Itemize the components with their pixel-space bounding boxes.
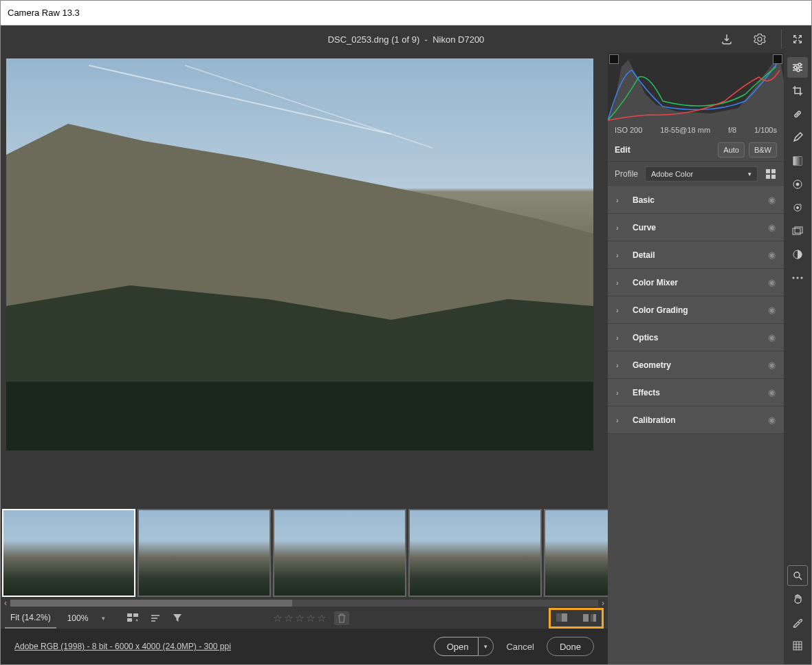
delete-icon[interactable] [334,611,349,625]
before-after-split-icon[interactable] [582,612,597,624]
highlight-clip-icon[interactable] [773,54,782,64]
visibility-icon[interactable]: ◉ [768,277,776,287]
visibility-icon[interactable]: ◉ [768,222,776,232]
auto-button[interactable]: Auto [718,142,745,157]
panel-geometry[interactable]: ›Geometry◉ [608,351,784,379]
profile-label: Profile [615,169,638,179]
panel-basic[interactable]: ›Basic◉ [608,186,784,214]
redeye-tool-icon[interactable] [787,197,808,218]
scroll-track[interactable] [10,600,598,607]
svg-rect-0 [6,58,593,450]
svg-point-39 [794,572,800,578]
grid-overlay-icon[interactable] [787,635,808,656]
profile-browser-icon[interactable] [765,168,777,180]
preview-image[interactable] [6,58,593,450]
header-sep: - [425,34,428,45]
radial-gradient-tool-icon[interactable] [787,174,808,195]
svg-point-31 [794,204,801,211]
visibility-icon[interactable]: ◉ [768,415,776,425]
before-after-toggle-icon[interactable] [555,612,570,624]
svg-point-23 [794,66,797,69]
panel-optics[interactable]: ›Optics◉ [608,324,784,351]
panel-effects[interactable]: ›Effects◉ [608,379,784,406]
camera-model: Nikon D7200 [432,34,484,45]
sort-icon[interactable] [146,611,164,625]
visibility-icon[interactable]: ◉ [768,332,776,342]
panel-calibration[interactable]: ›Calibration◉ [608,406,784,434]
profile-select[interactable]: Adobe Color ▾ [645,166,758,182]
svg-rect-15 [766,169,770,173]
file-header-title: DSC_0253.dng (1 of 9) - Nikon D7200 [328,34,485,45]
scroll-left-icon[interactable]: ‹ [1,598,10,608]
exif-aperture: f/8 [728,126,736,134]
svg-rect-16 [771,169,776,173]
more-tools-icon[interactable] [787,268,808,288]
bw-button[interactable]: B&W [749,142,777,157]
svg-line-26 [796,113,799,116]
color-sampler-tool-icon[interactable] [787,612,808,633]
zoom-100[interactable]: 100% [61,613,96,623]
output-settings-link[interactable]: Adobe RGB (1998) - 8 bit - 6000 x 4000 (… [14,642,231,651]
panel-color-mixer[interactable]: ›Color Mixer◉ [608,269,784,296]
tool-strip [784,53,811,664]
svg-rect-28 [793,157,802,165]
cancel-button[interactable]: Cancel [506,642,534,652]
svg-point-30 [796,183,799,186]
visibility-icon[interactable]: ◉ [768,360,776,370]
app-body: DSC_0253.dng (1 of 9) - Nikon D7200 [1,25,811,664]
star-icon[interactable]: ☆ [273,612,282,624]
star-icon[interactable]: ☆ [317,612,326,624]
scroll-right-icon[interactable]: › [598,598,608,608]
star-icon[interactable]: ☆ [295,612,304,624]
crop-tool-icon[interactable] [787,80,808,101]
rating-stars[interactable]: ☆ ☆ ☆ ☆ ☆ [273,612,326,624]
open-dropdown-icon[interactable]: ▾ [479,637,494,656]
visibility-icon[interactable]: ◉ [768,305,776,315]
shadow-clip-icon[interactable] [609,54,619,64]
star-icon[interactable]: ☆ [284,612,293,624]
svg-point-32 [797,207,799,209]
brush-tool-icon[interactable] [787,127,808,148]
done-button[interactable]: Done [547,637,594,656]
panel-detail[interactable]: ›Detail◉ [608,241,784,269]
visibility-icon[interactable]: ◉ [768,250,776,260]
grid-view-icon[interactable] [124,611,142,625]
chevron-down-icon: ▾ [748,171,751,177]
fullscreen-icon[interactable] [781,30,804,49]
svg-line-2 [185,65,432,148]
zoom-tool-icon[interactable] [787,565,808,586]
panel-color-grading[interactable]: ›Color Grading◉ [608,296,784,324]
thumbnail[interactable] [2,509,135,597]
thumbnail[interactable] [408,509,542,597]
svg-point-6 [136,620,138,621]
chevron-right-icon: › [616,334,626,342]
visibility-icon[interactable]: ◉ [768,195,776,205]
thumbnail[interactable] [273,509,406,597]
visibility-icon[interactable]: ◉ [768,387,776,397]
snapshots-tool-icon[interactable] [787,221,808,241]
zoom-dropdown-icon[interactable]: ▾ [102,615,105,622]
zoom-fit[interactable]: Fit (14.2%) [5,608,56,629]
open-button[interactable]: Open [434,637,479,656]
exif-shutter: 1/100s [754,126,777,134]
healing-tool-icon[interactable] [787,104,808,124]
preferences-gear-icon[interactable] [748,30,771,49]
edit-tool-icon[interactable] [787,57,808,78]
filter-icon[interactable] [168,611,186,625]
star-icon[interactable]: ☆ [306,612,315,624]
svg-rect-34 [795,227,802,233]
header-actions [715,30,804,49]
color-grading-tool-icon[interactable] [787,244,808,265]
panel-curve[interactable]: ›Curve◉ [608,214,784,241]
histogram[interactable] [608,53,784,122]
scroll-handle[interactable] [10,600,292,607]
app-window: Camera Raw 13.3 DSC_0253.dng (1 of 9) - … [0,0,812,665]
filmstrip-scrollbar[interactable]: ‹ › [1,598,608,608]
save-image-icon[interactable] [715,30,738,49]
svg-rect-14 [591,614,593,622]
linear-gradient-tool-icon[interactable] [787,151,808,171]
hand-tool-icon[interactable] [787,589,808,609]
exif-row: ISO 200 18-55@18 mm f/8 1/100s [608,122,784,138]
thumbnail[interactable] [138,509,271,597]
thumbnail[interactable] [544,509,608,597]
